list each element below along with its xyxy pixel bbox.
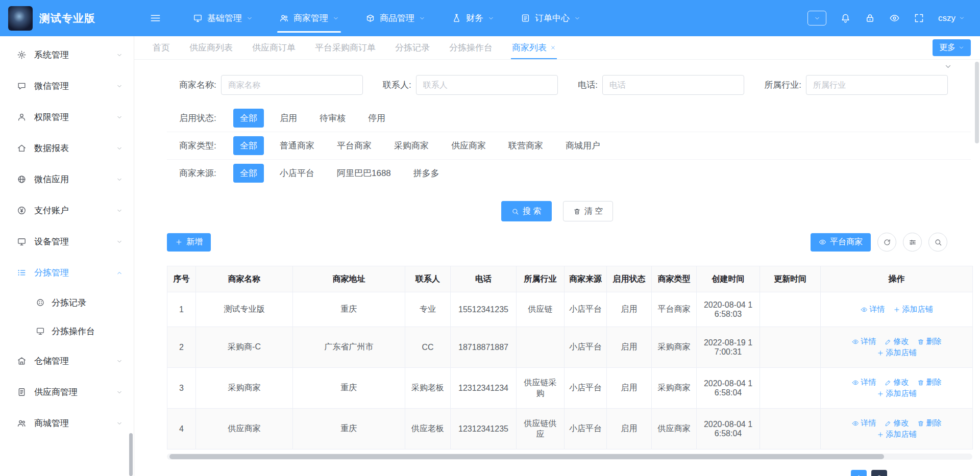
tab-item-1[interactable]: 供应商列表 (189, 36, 233, 59)
sidebar-subitem-7-0[interactable]: 分拣记录 (0, 288, 134, 317)
user-menu[interactable]: cszy (938, 13, 965, 23)
nav-item-3[interactable]: 财务 (438, 0, 507, 36)
notification-icon[interactable] (840, 13, 851, 23)
cell-address: 重庆 (293, 292, 405, 327)
nav-item-2[interactable]: 商品管理 (352, 0, 438, 36)
tab-label: 分拣操作台 (449, 42, 493, 54)
action-plus-link[interactable]: 添加店铺 (877, 348, 917, 358)
add-button-label: 新增 (186, 237, 203, 247)
header-dropdown[interactable] (807, 11, 826, 26)
action-trash-link[interactable]: 删除 (917, 378, 942, 387)
filter-input-1[interactable] (416, 75, 558, 95)
search-button[interactable]: 搜 索 (501, 201, 551, 221)
filter-field-label: 所属行业: (764, 79, 801, 91)
filter-option[interactable]: 启用 (273, 109, 304, 128)
action-plus-link[interactable]: 添加店铺 (877, 389, 917, 398)
sidebar-item-3[interactable]: 数据报表 (0, 133, 134, 164)
filter-option[interactable]: 普通商家 (273, 136, 321, 155)
sidebar-item-1[interactable]: 微信管理 (0, 70, 134, 102)
chevron-down-icon (488, 15, 494, 21)
monitor-icon (193, 13, 203, 23)
filter-option[interactable]: 供应商家 (445, 136, 493, 155)
filter-option[interactable]: 停用 (361, 109, 392, 128)
eye-icon[interactable] (889, 13, 900, 23)
action-edit-link[interactable]: 修改 (885, 337, 909, 346)
tab-label: 供应商订单 (252, 42, 296, 54)
tab-item-2[interactable]: 供应商订单 (252, 36, 296, 59)
filter-option[interactable]: 小店平台 (273, 164, 321, 183)
action-plus-link[interactable]: 添加店铺 (877, 430, 917, 439)
column-header: 商家来源 (565, 266, 607, 292)
filter-option[interactable]: 待审核 (313, 109, 352, 128)
action-trash-link[interactable]: 删除 (917, 418, 942, 428)
sidebar-item-label: 微信应用 (34, 173, 69, 185)
filter-options: 全部普通商家平台商家采购商家供应商家联营商家商城用户 (233, 136, 616, 155)
tab-item-6[interactable]: 商家列表 (512, 36, 556, 59)
filter-option[interactable]: 联营商家 (502, 136, 550, 155)
column-settings-button[interactable] (903, 233, 922, 252)
add-button[interactable]: 新增 (167, 233, 211, 252)
filter-option[interactable]: 全部 (233, 136, 264, 155)
sidebar-scrollbar-thumb[interactable] (129, 433, 133, 476)
tab-label: 分拣记录 (395, 42, 430, 54)
username: cszy (938, 13, 955, 23)
clear-button[interactable]: 清 空 (563, 201, 613, 221)
sidebar-item-7[interactable]: 分拣管理 (0, 257, 134, 288)
app-header: 测试专业版 基础管理 商家管理 商品管理 财务 订单中心 c (0, 0, 980, 36)
column-header: 商家类型 (652, 266, 697, 292)
filter-option[interactable]: 拼多多 (407, 164, 446, 183)
action-edit-link[interactable]: 修改 (885, 378, 909, 387)
chevron-down-icon (116, 239, 122, 245)
tab-item-0[interactable]: 首页 (153, 36, 170, 59)
sidebar-item-2[interactable]: 权限管理 (0, 102, 134, 133)
fullscreen-icon[interactable] (914, 13, 924, 23)
filter-option[interactable]: 商城用户 (559, 136, 607, 155)
filter-option[interactable]: 阿里巴巴1688 (330, 164, 398, 183)
action-eye-link[interactable]: 详情 (861, 305, 885, 314)
collapse-filters-icon[interactable] (944, 63, 952, 70)
filter-option[interactable]: 采购商家 (387, 136, 435, 155)
sidebar-item-6[interactable]: 设备管理 (0, 226, 134, 257)
vertical-scrollbar-thumb[interactable] (975, 62, 979, 143)
sidebar-item-9[interactable]: 供应商管理 (0, 377, 134, 408)
page-button-2[interactable]: 2 (871, 470, 887, 476)
eye-icon (861, 306, 868, 313)
nav-item-1[interactable]: 商家管理 (266, 0, 352, 36)
sidebar-item-4[interactable]: 微信应用 (0, 164, 134, 195)
filter-option[interactable]: 全部 (233, 164, 264, 183)
action-eye-link[interactable]: 详情 (852, 337, 876, 346)
nav-item-0[interactable]: 基础管理 (180, 0, 266, 36)
action-edit-link[interactable]: 修改 (885, 418, 909, 428)
close-icon[interactable] (550, 45, 556, 51)
sidebar-item-10[interactable]: 商城管理 (0, 408, 134, 439)
sidebar-item-5[interactable]: 支付账户 (0, 195, 134, 226)
filter-input-2[interactable] (602, 75, 744, 95)
action-trash-link[interactable]: 删除 (917, 337, 942, 346)
refresh-button[interactable] (877, 233, 896, 252)
plus-icon (877, 349, 884, 357)
page-button-1[interactable]: 1 (851, 470, 867, 476)
more-button[interactable]: 更多 (933, 39, 971, 56)
filter-input-0[interactable] (221, 75, 363, 95)
sidebar-item-8[interactable]: 仓储管理 (0, 345, 134, 377)
tab-label: 商家列表 (512, 42, 547, 54)
action-eye-link[interactable]: 详情 (852, 378, 876, 387)
horizontal-scrollbar-thumb[interactable] (169, 454, 884, 459)
table-search-button[interactable] (928, 233, 947, 252)
action-plus-link[interactable]: 添加店铺 (893, 305, 933, 314)
tab-item-4[interactable]: 分拣记录 (395, 36, 430, 59)
filter-option[interactable]: 平台商家 (330, 136, 378, 155)
sidebar-item-0[interactable]: 系统管理 (0, 39, 134, 70)
sidebar-item-label: 数据报表 (34, 142, 69, 154)
lock-icon[interactable] (865, 13, 875, 23)
nav-item-4[interactable]: 订单中心 (507, 0, 594, 36)
tab-item-5[interactable]: 分拣操作台 (449, 36, 493, 59)
search-icon (934, 238, 942, 246)
sidebar-subitem-7-1[interactable]: 分拣操作台 (0, 317, 134, 345)
filter-option[interactable]: 全部 (233, 109, 264, 128)
tab-item-3[interactable]: 平台采购商订单 (315, 36, 376, 59)
filter-input-3[interactable] (806, 75, 948, 95)
platform-merchant-button[interactable]: 平台商家 (811, 233, 871, 252)
action-eye-link[interactable]: 详情 (852, 418, 876, 428)
menu-toggle-icon[interactable] (150, 12, 161, 24)
